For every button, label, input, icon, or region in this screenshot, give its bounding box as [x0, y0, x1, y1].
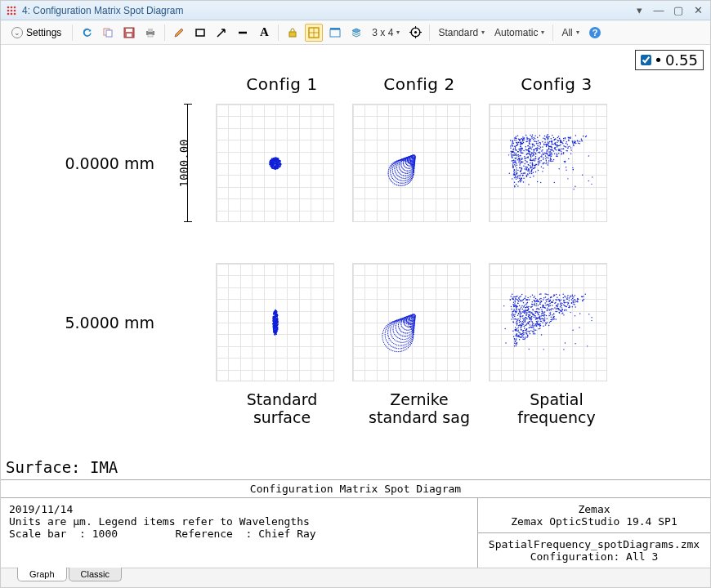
svg-point-2053	[522, 300, 524, 301]
svg-point-452	[412, 160, 413, 161]
all-selector[interactable]: All ▾	[558, 24, 582, 42]
svg-point-1952	[411, 327, 412, 327]
svg-point-867	[548, 158, 549, 159]
svg-point-685	[410, 164, 411, 165]
standard-selector[interactable]: Standard ▾	[435, 24, 488, 42]
settings-button[interactable]: ⌄ Settings	[6, 25, 67, 40]
svg-point-1002	[567, 144, 569, 145]
svg-point-2523	[561, 305, 562, 306]
svg-point-1009	[559, 145, 561, 146]
svg-point-1924	[390, 345, 391, 345]
tab-classic[interactable]: Classic	[69, 568, 122, 581]
print-icon[interactable]	[141, 24, 159, 42]
svg-point-1811	[412, 323, 413, 323]
svg-point-2494	[552, 301, 553, 303]
svg-point-1836	[390, 332, 391, 332]
svg-point-1949	[408, 323, 409, 323]
svg-point-2007	[412, 332, 413, 333]
spot-cell-r1c3[interactable]	[489, 104, 607, 222]
svg-point-2037	[514, 342, 516, 344]
spot-cell-r2c2[interactable]	[352, 263, 471, 381]
svg-point-556	[398, 179, 399, 180]
svg-point-1139	[559, 140, 561, 141]
arrow-icon[interactable]	[212, 24, 230, 42]
tab-graph[interactable]: Graph	[17, 568, 67, 581]
minimize-button[interactable]: —	[651, 5, 666, 16]
spot-cell-r1c1[interactable]	[216, 104, 334, 222]
svg-point-2264	[523, 306, 525, 308]
svg-point-1926	[387, 342, 388, 343]
layers-icon[interactable]	[347, 24, 365, 42]
svg-point-2305	[569, 307, 570, 309]
svg-point-1784	[404, 339, 405, 340]
svg-point-436	[399, 167, 400, 167]
spot-cell-r1c2[interactable]	[352, 104, 471, 222]
wavelength-checkbox[interactable]	[641, 55, 651, 65]
svg-point-1230	[564, 146, 566, 148]
svg-point-1679	[405, 329, 405, 330]
svg-point-1733	[413, 321, 414, 322]
close-button[interactable]: ✕	[691, 5, 705, 16]
help-icon[interactable]: ?	[586, 24, 604, 42]
svg-point-2636	[541, 334, 542, 335]
target-icon[interactable]	[406, 24, 424, 42]
svg-point-658	[391, 181, 392, 182]
crosshair-icon[interactable]	[305, 24, 323, 42]
svg-point-2572	[564, 305, 566, 307]
plot-area: • 0.55 Config 1 Config 2 Config 3 0.0000…	[1, 45, 710, 479]
svg-point-1199	[559, 149, 561, 151]
automatic-selector[interactable]: Automatic ▾	[491, 24, 548, 42]
svg-point-2319	[524, 305, 525, 307]
svg-point-463	[409, 174, 410, 175]
svg-point-2130	[526, 312, 528, 314]
svg-point-2478	[558, 309, 560, 310]
svg-point-767	[534, 135, 536, 136]
dropdown-button[interactable]: ▾	[632, 5, 646, 16]
rectangle-icon[interactable]	[191, 24, 209, 42]
svg-point-1714	[400, 331, 401, 332]
svg-point-2153	[530, 333, 531, 335]
svg-point-2340	[552, 300, 554, 301]
line-icon[interactable]	[234, 24, 252, 42]
svg-point-2503	[557, 296, 558, 298]
svg-point-1932	[385, 332, 386, 333]
refresh-icon[interactable]	[78, 24, 96, 42]
svg-point-1177	[524, 163, 525, 165]
svg-point-232	[271, 166, 273, 167]
svg-point-2482	[559, 300, 561, 301]
svg-point-2477	[531, 318, 533, 320]
svg-point-2629	[563, 314, 564, 315]
col-header-3: Config 3	[488, 74, 625, 94]
svg-point-2590	[582, 300, 584, 301]
svg-point-1043	[567, 146, 569, 148]
svg-point-2208	[553, 294, 555, 296]
svg-point-1990	[387, 323, 388, 324]
svg-point-736	[520, 159, 521, 161]
text-icon[interactable]: A	[255, 24, 273, 42]
spot-cell-r2c1[interactable]	[216, 263, 334, 381]
svg-point-720	[533, 176, 534, 177]
maximize-button[interactable]: ▢	[671, 5, 686, 16]
svg-point-2620	[528, 308, 529, 309]
svg-point-2224	[533, 327, 534, 328]
svg-point-661	[389, 177, 390, 178]
svg-point-950	[538, 158, 539, 160]
svg-point-2612	[529, 312, 530, 313]
svg-point-2276	[557, 299, 559, 301]
window-grid-icon[interactable]	[326, 24, 344, 42]
spot-cell-r2c3[interactable]	[489, 263, 607, 381]
wavelength-badge[interactable]: • 0.55	[635, 50, 704, 70]
svg-point-1070	[566, 143, 567, 145]
svg-point-1290	[531, 136, 533, 138]
svg-point-1979	[383, 342, 384, 343]
svg-point-565	[392, 169, 393, 170]
layout-selector[interactable]: 3 x 4 ▾	[369, 24, 403, 42]
lock-zoom-icon[interactable]	[284, 24, 302, 42]
save-icon[interactable]	[120, 24, 138, 42]
svg-point-435	[399, 167, 400, 168]
svg-point-2609	[579, 313, 580, 314]
svg-point-1795	[392, 327, 393, 328]
copy-icon[interactable]	[99, 24, 117, 42]
pencil-icon[interactable]	[170, 24, 188, 42]
svg-point-1236	[514, 161, 516, 163]
